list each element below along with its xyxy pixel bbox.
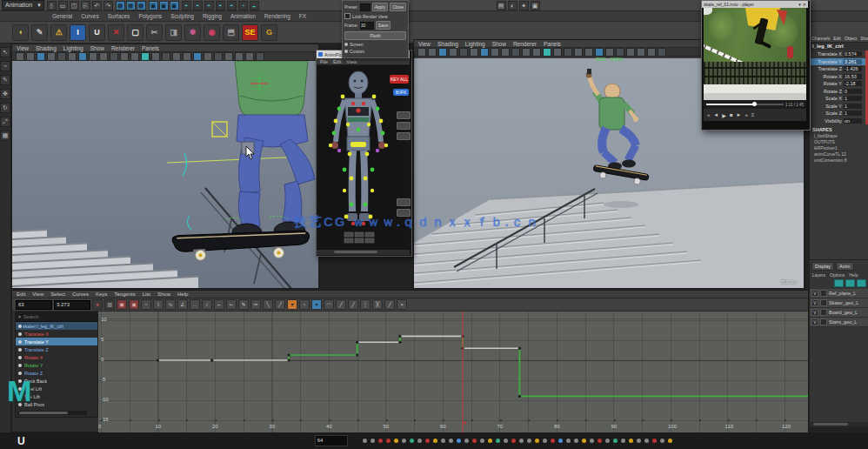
layer-visibility-toggle[interactable]: V [811, 309, 818, 316]
taskbar-app-icon[interactable] [644, 439, 649, 443]
channel-row[interactable]: Translate X 0.574 [810, 50, 868, 58]
channel-box-menu-item[interactable]: Show [860, 36, 868, 41]
viewport-tool-icon[interactable] [459, 48, 468, 57]
channel-value[interactable]: on [844, 118, 862, 124]
viewport-menu-item[interactable]: Panels [142, 45, 159, 51]
video-control-button[interactable]: ► [737, 112, 742, 117]
taskbar-app-icon[interactable] [425, 439, 430, 443]
tool-icon[interactable]: ↻ [0, 103, 10, 113]
viewport-tool-icon[interactable] [637, 48, 645, 57]
graph-editor-menu-item[interactable]: View [32, 292, 43, 297]
taskbar-app-icon[interactable] [496, 439, 500, 443]
viewport-tool-icon[interactable] [68, 52, 77, 61]
graph-editor-menu-item[interactable]: List [143, 292, 150, 297]
viewport-menu-item[interactable]: Show [492, 41, 506, 47]
viewport-tool-icon[interactable] [183, 52, 191, 61]
graph-editor-menu-item[interactable]: Keys [96, 292, 107, 297]
shape-line[interactable]: animCurveTL 12 [810, 151, 868, 157]
layer-menu-item[interactable]: Help [849, 272, 858, 278]
file-icon[interactable]: ◫ [70, 1, 79, 10]
selection-mask-icon[interactable]: ▦ [116, 1, 125, 10]
viewport-tool-icon[interactable] [616, 48, 624, 57]
selection-mask-icon[interactable]: ▣ [159, 1, 169, 10]
outliner-channel-row[interactable]: Translate X [16, 330, 97, 338]
shape-line[interactable]: OUTPUTS [810, 139, 868, 145]
dialog-preset-field[interactable] [360, 3, 371, 11]
graph-tool-icon[interactable]: ▫ [299, 299, 310, 310]
taskbar-app-icon[interactable] [613, 439, 618, 443]
viewport-tool-icon[interactable] [204, 52, 212, 61]
layer-playback-toggle[interactable] [820, 299, 827, 306]
viewport-tool-icon[interactable] [501, 48, 510, 57]
viewport-tool-icon[interactable] [605, 48, 614, 57]
stat-value-field[interactable]: 3.273 [54, 300, 90, 310]
viewport-tool-icon[interactable] [16, 52, 24, 61]
taskbar-app-icon[interactable] [464, 439, 469, 443]
viewport-menu-item[interactable]: Show [90, 45, 104, 51]
render-icon[interactable]: ▤ [497, 1, 506, 10]
viewport-tool-icon[interactable] [658, 48, 666, 57]
close-button[interactable]: Close [390, 3, 406, 11]
outliner-channel-row[interactable]: Rotate X [16, 353, 97, 361]
viewport-tool-icon[interactable] [172, 52, 181, 61]
graph-tool-icon[interactable]: ╱ [348, 299, 358, 310]
snap-magnet-icon[interactable]: ◒ [250, 1, 259, 10]
shelf-icon[interactable]: ⚠ [50, 24, 67, 41]
taskbar-app-icon[interactable] [652, 439, 657, 443]
file-icon[interactable]: ▯ [47, 1, 57, 10]
minimize-icon[interactable]: ▾ [798, 2, 801, 7]
taskbar-app-icon[interactable] [410, 439, 414, 443]
taskbar-app-icon[interactable] [386, 439, 391, 443]
outliner-channel-row[interactable]: Rotate Y [16, 361, 97, 369]
viewport-tool-icon[interactable] [89, 52, 97, 61]
channel-value[interactable]: -1.426 [844, 66, 862, 71]
video-control-button[interactable]: ◄ [713, 112, 718, 117]
viewport-tool-icon[interactable] [584, 48, 593, 57]
viewport-tool-icon[interactable] [224, 52, 233, 61]
graph-editor-menu-item[interactable]: Edit [17, 292, 25, 297]
channel-box-menu-item[interactable]: Object [845, 36, 857, 41]
viewport-tool-icon[interactable] [37, 52, 45, 61]
layer-visibility-toggle[interactable]: V [811, 290, 818, 297]
graph-editor-menu-item[interactable]: Tangents [114, 292, 135, 297]
render-icon[interactable]: ◐ [508, 1, 517, 10]
os-logo-icon[interactable]: U [17, 435, 25, 447]
picker-key-all-button[interactable]: KEY ALL [390, 75, 409, 84]
tool-icon[interactable]: ▦ [0, 131, 10, 141]
graph-tool-icon[interactable]: ╱ [336, 299, 346, 310]
viewport-menu-item[interactable]: Shading [437, 41, 458, 47]
save-button[interactable]: Save [376, 21, 391, 30]
shape-line[interactable]: unitConversion 8 [810, 157, 868, 164]
picker-menu-item[interactable]: Edit [333, 59, 341, 64]
taskbar-app-icon[interactable] [504, 439, 508, 443]
graph-tool-icon[interactable]: ╱ [275, 299, 285, 310]
viewport-tool-icon[interactable] [417, 48, 426, 57]
channel-row[interactable]: Rotate Y -2.18 [810, 80, 868, 88]
layer-row[interactable]: V Stairs_geo_L [810, 318, 868, 327]
snap-magnet-icon[interactable]: ◓ [182, 1, 191, 10]
shelf-tab[interactable]: Animation [230, 13, 256, 19]
graph-tool-icon[interactable]: ▾ [311, 299, 322, 310]
taskbar-app-icon[interactable] [582, 439, 586, 443]
viewport-tool-icon[interactable] [428, 48, 437, 57]
viewport-tool-icon[interactable] [564, 48, 572, 57]
taskbar-app-icon[interactable] [660, 439, 664, 443]
channel-row[interactable]: Scale Y 1 [810, 103, 868, 111]
shelf-icon[interactable]: ◨ [165, 24, 182, 41]
tool-icon[interactable]: ⤢ [0, 117, 10, 127]
shelf-tab[interactable]: Rigging [203, 13, 222, 19]
shelf-icon[interactable]: ⬒ [223, 24, 239, 41]
viewport-tool-icon[interactable] [553, 48, 562, 57]
dialog-frame-field[interactable]: 30 [360, 22, 374, 30]
viewport-tool-icon[interactable] [214, 52, 223, 61]
viewport-tool-icon[interactable] [574, 48, 583, 57]
viewport-tool-icon[interactable] [99, 52, 108, 61]
viewport-tool-icon[interactable] [193, 52, 202, 61]
outliner-channel-row[interactable]: skater:l_leg_IK_ctrl [16, 322, 97, 330]
shelf-icon[interactable]: ◉ [204, 24, 220, 41]
new-empty-layer-icon[interactable] [857, 279, 866, 287]
taskbar-app-icon[interactable] [363, 439, 367, 443]
layer-row[interactable]: V Board_geo_L [810, 308, 868, 318]
graph-tool-icon[interactable]: ▣ [117, 299, 127, 310]
graph-tool-icon[interactable]: ✎ [238, 299, 249, 310]
